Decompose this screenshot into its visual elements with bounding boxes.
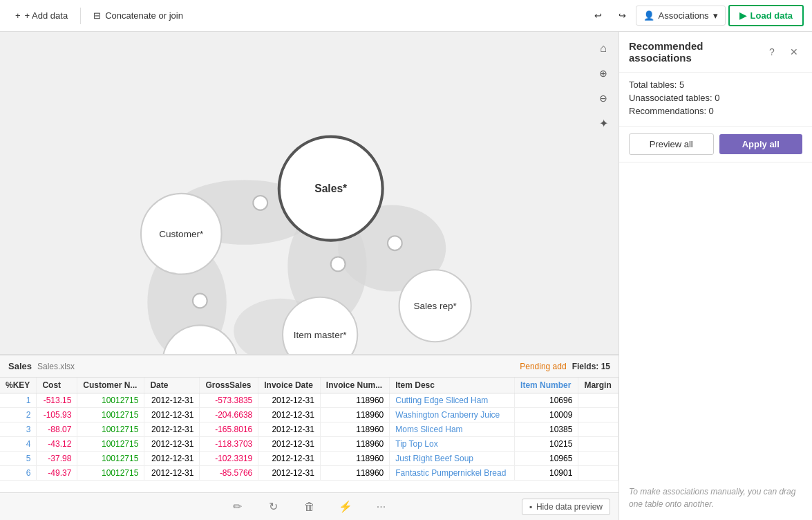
col-item-desc: Item Desc (390, 378, 515, 393)
col-date: Date (144, 378, 200, 393)
cell-gross: -165.8016 (200, 423, 258, 437)
cell-item-desc: Cutting Edge Sliced Ham (390, 393, 515, 408)
main-area: Sales* Customer* Item master* Sales rep*… (0, 32, 812, 520)
more-button[interactable]: ··· (370, 496, 393, 518)
refresh-button[interactable]: ↻ (263, 496, 285, 518)
cell-date: 2012-12-31 (144, 408, 200, 423)
cell-item-num: 10385 (515, 423, 578, 437)
redo-button[interactable]: ↪ (612, 6, 633, 25)
cell-item-desc: Washington Cranberry Juice (390, 408, 515, 423)
associations-button[interactable]: 👤 Associations ▾ (636, 6, 726, 26)
svg-text:Sales*: Sales* (314, 183, 348, 194)
table-row: 6 -49.37 10012715 2012-12-31 -85.5766 20… (0, 466, 619, 481)
canvas-area: Sales* Customer* Item master* Sales rep*… (0, 32, 619, 520)
recommendations-stat: Recommendations: 0 (629, 106, 802, 116)
redo-icon: ↪ (619, 10, 626, 21)
table-row: 3 -88.07 10012715 2012-12-31 -165.8016 2… (0, 423, 619, 437)
cell-item-num: 10009 (515, 408, 578, 423)
cell-customer: 10012715 (77, 423, 144, 437)
svg-point-7 (388, 236, 402, 250)
apply-all-button[interactable]: Apply all (719, 134, 803, 154)
rp-hint: To make associations manually, you can d… (629, 485, 802, 510)
right-panel: Recommended associations ? ✕ Total table… (619, 32, 812, 520)
concat-icon: ⊟ (93, 10, 101, 21)
cell-gross: -85.5766 (200, 466, 258, 481)
magic-icon: ✦ (599, 117, 608, 130)
cell-inv-num: 118960 (320, 408, 389, 423)
cell-inv-num: 118960 (320, 423, 389, 437)
col-customer: Customer N... (77, 378, 144, 393)
magic-button[interactable]: ✦ (592, 112, 614, 134)
filter-button[interactable]: ⚡ (334, 496, 357, 518)
add-icon: + (15, 10, 21, 21)
table-body: 1 -513.15 10012715 2012-12-31 -573.3835 … (0, 393, 619, 481)
table-row: 5 -37.98 10012715 2012-12-31 -102.3319 2… (0, 452, 619, 466)
cell-margin (578, 466, 619, 481)
cell-key[interactable]: 3 (0, 423, 37, 437)
data-panel-header: Sales Sales.xlsx Pending add Fields: 15 (0, 355, 619, 378)
table-row: 2 -105.93 10012715 2012-12-31 -204.6638 … (0, 408, 619, 423)
cell-margin (578, 408, 619, 423)
rp-close-button[interactable]: ✕ (786, 44, 802, 60)
cell-gross: -102.3319 (200, 452, 258, 466)
cell-customer: 10012715 (77, 437, 144, 452)
table-header: %KEY Cost Customer N... Date GrossSales … (0, 378, 619, 393)
zoom-out-button[interactable]: ⊖ (592, 87, 614, 109)
cell-inv-date: 2012-12-31 (258, 437, 321, 452)
rp-title: Recommended associations (629, 40, 758, 64)
hide-preview-button[interactable]: ▪ Hide data preview (522, 499, 610, 515)
main-toolbar: + + Add data ⊟ Concatenate or join ↩ ↪ 👤… (0, 0, 812, 32)
undo-icon: ↩ (594, 10, 602, 21)
cell-item-desc: Fantastic Pumpernickel Bread (390, 466, 515, 481)
cell-inv-date: 2012-12-31 (258, 452, 321, 466)
cell-item-desc: Just Right Beef Soup (390, 452, 515, 466)
cell-inv-num: 118960 (320, 452, 389, 466)
delete-button[interactable]: 🗑 (299, 496, 321, 518)
data-panel: Sales Sales.xlsx Pending add Fields: 15 … (0, 354, 619, 520)
total-tables-stat: Total tables: 5 (629, 80, 802, 90)
cell-inv-date: 2012-12-31 (258, 408, 321, 423)
add-data-button[interactable]: + + Add data (8, 6, 75, 25)
cell-key[interactable]: 4 (0, 437, 37, 452)
cell-customer: 10012715 (77, 466, 144, 481)
cell-margin (578, 423, 619, 437)
cell-cost: -88.07 (37, 423, 77, 437)
concat-join-button[interactable]: ⊟ Concatenate or join (86, 6, 190, 25)
cell-date: 2012-12-31 (144, 437, 200, 452)
preview-all-button[interactable]: Preview all (629, 133, 714, 155)
edit-button[interactable]: ✏ (227, 496, 249, 518)
cell-customer: 10012715 (77, 408, 144, 423)
cell-key[interactable]: 2 (0, 408, 37, 423)
rp-help-button[interactable]: ? (764, 44, 780, 60)
rp-actions: Preview all Apply all (619, 127, 812, 162)
col-item-number: Item Number (515, 378, 578, 393)
cell-inv-date: 2012-12-31 (258, 466, 321, 481)
rp-body: To make associations manually, you can d… (619, 162, 812, 520)
cell-item-desc: Tip Top Lox (390, 437, 515, 452)
zoom-in-button[interactable]: ⊕ (592, 62, 614, 84)
cell-customer: 10012715 (77, 452, 144, 466)
pending-add-label: Pending add (520, 362, 566, 371)
svg-text:Customer*: Customer* (159, 229, 204, 239)
undo-button[interactable]: ↩ (587, 6, 609, 25)
table-row: 1 -513.15 10012715 2012-12-31 -573.3835 … (0, 393, 619, 408)
cell-key[interactable]: 6 (0, 466, 37, 481)
cell-inv-num: 118960 (320, 466, 389, 481)
cell-gross: -118.3703 (200, 437, 258, 452)
cell-key[interactable]: 1 (0, 393, 37, 408)
cell-key[interactable]: 5 (0, 452, 37, 466)
load-data-button[interactable]: ▶ Load data (728, 5, 804, 26)
col-margin: Margin (578, 378, 619, 393)
cell-item-num: 10215 (515, 437, 578, 452)
cell-margin (578, 437, 619, 452)
toolbar-divider (80, 8, 81, 24)
col-cost: Cost (37, 378, 77, 393)
data-panel-title: Sales (8, 361, 32, 371)
home-button[interactable]: ⌂ (592, 37, 614, 59)
home-icon: ⌂ (600, 42, 607, 55)
person-icon: 👤 (643, 10, 654, 21)
cell-item-desc: Moms Sliced Ham (390, 423, 515, 437)
col-invoice-date: Invoice Date (258, 378, 321, 393)
cell-cost: -37.98 (37, 452, 77, 466)
cell-gross: -204.6638 (200, 408, 258, 423)
